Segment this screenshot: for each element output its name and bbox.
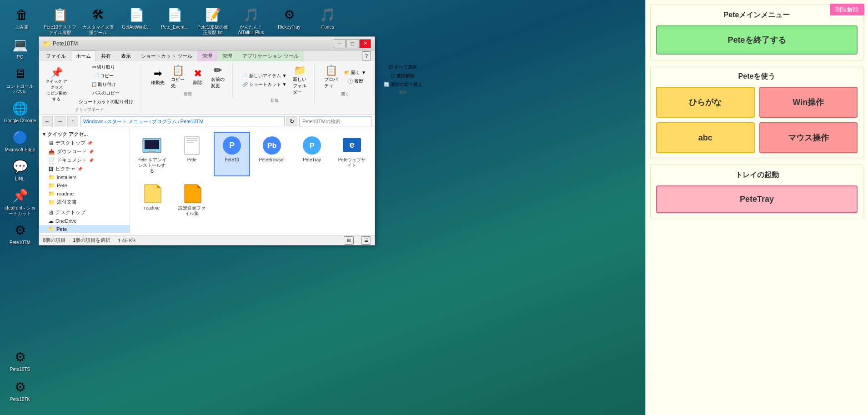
desktop-icon-pete-event[interactable]: 📄 Pete_Event... xyxy=(156,4,193,37)
search-input[interactable] xyxy=(299,116,372,126)
open-label: 開く xyxy=(341,91,349,97)
nav-readme-folder[interactable]: 📁 readme xyxy=(39,190,130,198)
tab-file[interactable]: ファイル xyxy=(41,50,71,61)
nav-attachments[interactable]: 📁 添付文書 xyxy=(39,198,130,206)
file-item-pete[interactable]: Pete xyxy=(174,132,210,176)
desktop-icon-customize[interactable]: 🛠 カスタマイズ支援ツール xyxy=(80,4,116,37)
copy-to-button[interactable]: 📋 コピー先 xyxy=(169,63,187,90)
refresh-button[interactable]: ↻ xyxy=(286,116,297,126)
move-to-button[interactable]: ➡ 移動先 xyxy=(149,66,167,87)
shortcut-paste-button[interactable]: ショートカットの貼り付け xyxy=(72,98,135,106)
back-button[interactable]: ← xyxy=(42,116,53,126)
pete10beta-label: Pete10β版の修正履歴.txt xyxy=(196,25,229,35)
properties-button[interactable]: 📋 プロパティ xyxy=(322,63,340,90)
up-button[interactable]: ↑ xyxy=(67,116,78,126)
tab-app-tools[interactable]: アプリケーション ツール xyxy=(237,50,304,61)
file-item-pete10[interactable]: P Pete10 xyxy=(214,132,250,176)
invert-select-button[interactable]: 🔄 選択の切り替え xyxy=(381,80,425,89)
open-buttons: 📋 プロパティ 📂 開く ▼ 🕐 履歴 xyxy=(322,63,368,90)
select-label: 選択 xyxy=(399,90,407,95)
tab-manage-purple[interactable]: 管理 xyxy=(197,50,217,61)
win-operation-button[interactable]: Win操作 xyxy=(759,87,858,118)
nav-installers[interactable]: 📁 installers xyxy=(39,173,130,181)
desktop-icon-ideafront[interactable]: 📌 ideafront - ショートカット xyxy=(2,185,38,218)
file-item-petetray[interactable]: P PeteTray xyxy=(294,132,330,176)
file-area: Pete をアンインストールする Pete P xyxy=(130,128,375,235)
restrict-button[interactable]: 制限解除 xyxy=(830,4,864,15)
history-button[interactable]: 🕐 履歴 xyxy=(342,77,368,85)
open-button[interactable]: 📂 開く ▼ xyxy=(342,69,368,77)
forward-button[interactable]: → xyxy=(55,116,65,126)
close-button[interactable]: ✕ xyxy=(359,39,371,48)
tab-shortcut-tool[interactable]: ショートカット ツール xyxy=(136,50,197,61)
tab-home[interactable]: ホーム xyxy=(71,50,96,62)
nav-pete-folder[interactable]: 📁 Pete xyxy=(39,181,130,190)
desktop-icon-chrome[interactable]: 🌐 Google Chrome xyxy=(2,97,38,125)
file-item-settings[interactable]: 設定変更ファイル集 xyxy=(174,180,210,219)
desktop-icon-pete10beta[interactable]: 📝 Pete10β版の修正履歴.txt xyxy=(195,4,231,37)
deselect-button[interactable]: ☐ 選択解除 xyxy=(381,72,425,80)
svg-rect-2 xyxy=(148,151,156,153)
item-count: 8個の項目 xyxy=(43,237,65,244)
desktop-icon-pete10test[interactable]: 📋 Pete10テストファイル履歴 xyxy=(42,4,78,37)
hiragana-button[interactable]: ひらがな xyxy=(656,87,755,118)
nav-documents[interactable]: 📄 ドキュメント 📌 xyxy=(39,156,130,165)
desktop-icon-pete10tm[interactable]: ⚙ Pete10TM xyxy=(2,219,38,247)
desktop-icon-kantan[interactable]: 🎵 かんたん！AITalk Ⅱ Plus xyxy=(233,4,269,37)
desktop-icon-control[interactable]: 🖥 コントロール パネル xyxy=(2,63,38,96)
delete-button[interactable]: ✖ 削除 xyxy=(189,66,207,87)
file-item-petebrowser[interactable]: Pb PeteBrowser xyxy=(254,132,290,176)
desktop-icon-rickeytray[interactable]: ⚙ RickeyTray xyxy=(271,4,307,37)
ribbon-help-button[interactable]: ? xyxy=(362,51,371,60)
nav-desktop2[interactable]: 🖥 デスクトップ xyxy=(39,208,130,217)
tab-view[interactable]: 表示 xyxy=(116,50,136,61)
cut-button[interactable]: ✂ 切り取り xyxy=(72,63,135,71)
quick-access-pin-button[interactable]: 📌 クイック アクセスにピン留めする xyxy=(43,65,70,104)
desktop-icon-getactwin[interactable]: 📄 GetActWinC... xyxy=(118,4,155,37)
tab-share[interactable]: 共有 xyxy=(96,50,116,61)
file-item-readme[interactable]: readme xyxy=(134,180,170,219)
edge-icon: 🔵 xyxy=(11,128,29,146)
desktop-icon-line[interactable]: 💬 LINE xyxy=(2,155,38,184)
quit-pete-button[interactable]: Peteを終了する xyxy=(656,25,858,55)
desktop-icon-pete10tk[interactable]: ⚙ Pete10TK xyxy=(2,376,38,404)
desktop-icon-edge[interactable]: 🔵 Microsoft Edge xyxy=(2,126,38,155)
quick-access-chevron: ▾ xyxy=(43,131,45,137)
nav-pete-active[interactable]: 📁 Pete xyxy=(39,225,130,233)
minimize-button[interactable]: ─ xyxy=(334,39,346,48)
new-folder-button[interactable]: 📁 新しいフォルダー xyxy=(291,63,309,97)
view-large-button[interactable]: ⊞ xyxy=(344,236,354,245)
quick-access-header[interactable]: ▾ クイック アクセ... xyxy=(39,130,130,139)
file-icon-petewebsite: e xyxy=(341,135,363,156)
nav-pictures[interactable]: 🖼 ピクチャ 📌 xyxy=(39,165,130,173)
tab-manage-green[interactable]: 管理 xyxy=(217,50,237,61)
nav-downloads[interactable]: 📥 ダウンロード 📌 xyxy=(39,147,130,156)
mouse-operation-button[interactable]: マウス操作 xyxy=(759,122,858,153)
maximize-button[interactable]: □ xyxy=(346,39,358,48)
path-windows[interactable]: Windows xyxy=(83,119,104,124)
file-item-petewebsite[interactable]: e Peteウェブサイト xyxy=(334,132,370,176)
paste-button[interactable]: 📋 貼り付け xyxy=(72,80,135,89)
abc-button[interactable]: abc xyxy=(656,122,755,153)
desktop-icon-pete10ts[interactable]: ⚙ Pete10TS xyxy=(2,346,38,374)
file-icon-pete10: P xyxy=(221,135,243,156)
copy-button[interactable]: 📄 コピー xyxy=(72,72,135,80)
path-start-menu[interactable]: スタート メニュー xyxy=(107,118,148,125)
address-bar: ← → ↑ Windows › スタート メニュー › プログラム › Pete… xyxy=(39,115,375,128)
nav-onedrive[interactable]: ☁ OneDrive xyxy=(39,217,130,225)
nav-desktop[interactable]: 🖥 デスクトップ 📌 xyxy=(39,139,130,147)
file-item[interactable]: Pete をアンインストールする xyxy=(134,132,170,176)
desktop-icon-itunes[interactable]: 🎵 iTunes xyxy=(309,4,346,37)
view-list-button[interactable]: ☰ xyxy=(361,236,371,245)
path-copy-button[interactable]: パスのコピー xyxy=(72,89,135,97)
desktop-icon-pc[interactable]: 💻 PC xyxy=(2,34,38,62)
path-programs[interactable]: プログラム xyxy=(152,118,177,125)
pete-tray-button[interactable]: PeteTray xyxy=(656,185,858,213)
rename-button[interactable]: ✏ 名前の変更 xyxy=(209,63,227,90)
new-item-button[interactable]: 📄 新しいアイテム ▼ xyxy=(240,72,289,80)
new-shortcut-button[interactable]: 🔗 ショートカット ▼ xyxy=(240,80,289,89)
address-path[interactable]: Windows › スタート メニュー › プログラム › Pete10TM xyxy=(80,116,285,126)
select-all-button[interactable]: ☑ すべて選択 xyxy=(381,63,425,71)
path-pete10tm[interactable]: Pete10TM xyxy=(181,119,204,124)
file-name-petetray: PeteTray xyxy=(303,157,321,163)
